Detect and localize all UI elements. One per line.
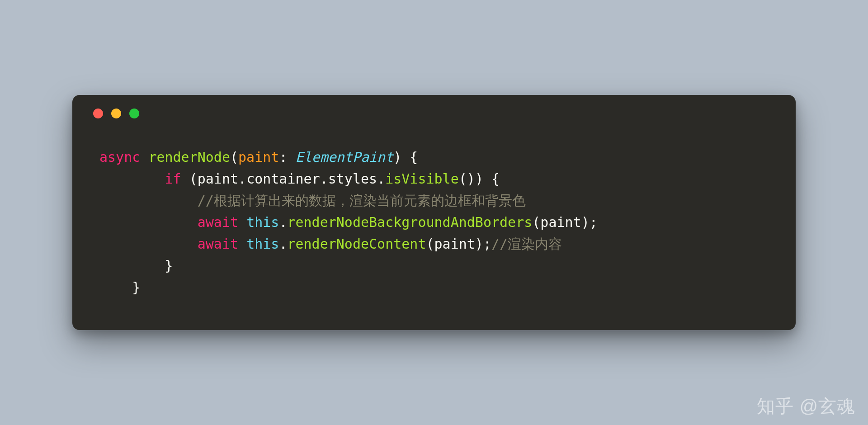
method-name: renderNodeBackgroundAndBorders — [287, 214, 532, 230]
function-name: renderNode — [148, 149, 230, 165]
code-line-2: if (paint.container.styles.isVisible()) … — [99, 168, 769, 190]
param-name: paint — [238, 149, 279, 165]
code-line-7: } — [99, 277, 769, 298]
code-comment: //根据计算出来的数据，渲染当前元素的边框和背景色 — [198, 193, 526, 208]
keyword-this: this — [246, 214, 279, 230]
keyword-async: async — [99, 149, 140, 165]
type-name: ElementPaint — [296, 149, 394, 165]
code-comment: //渲染内容 — [491, 236, 562, 252]
code-line-4: await this.renderNodeBackgroundAndBorder… — [99, 212, 769, 233]
keyword-this: this — [246, 236, 279, 252]
traffic-light-zoom-icon[interactable] — [129, 109, 139, 118]
traffic-light-minimize-icon[interactable] — [111, 109, 121, 118]
method-name: renderNodeContent — [287, 236, 426, 252]
keyword-await: await — [198, 236, 238, 252]
code-line-5: await this.renderNodeContent(paint);//渲染… — [99, 233, 769, 255]
code-window: async renderNode(paint: ElementPaint) { … — [72, 95, 796, 330]
code-area: async renderNode(paint: ElementPaint) { … — [72, 134, 796, 303]
method-name: isVisible — [385, 171, 459, 187]
code-line-1: async renderNode(paint: ElementPaint) { — [99, 146, 769, 168]
keyword-if: if — [165, 171, 181, 187]
code-line-3: //根据计算出来的数据，渲染当前元素的边框和背景色 — [99, 190, 769, 212]
watermark: 知乎 @玄魂 — [757, 394, 855, 419]
code-line-6: } — [99, 255, 769, 277]
window-titlebar — [72, 95, 796, 134]
keyword-await: await — [198, 214, 238, 230]
traffic-light-close-icon[interactable] — [93, 109, 103, 118]
